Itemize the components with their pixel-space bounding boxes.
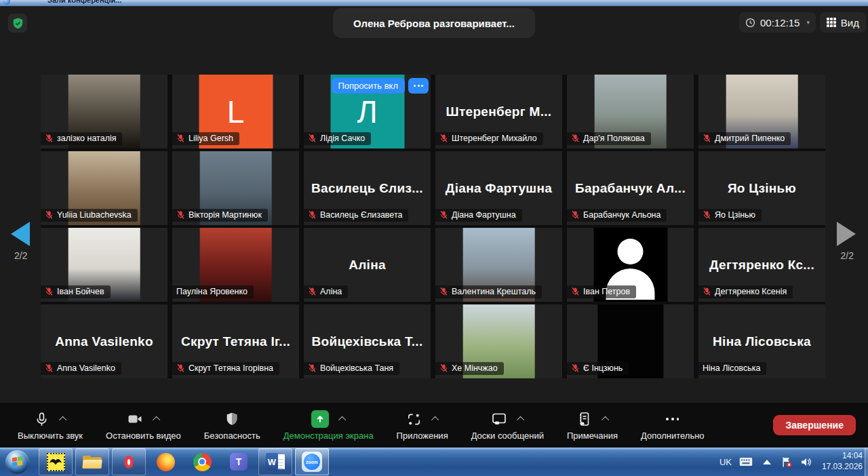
participant-tile[interactable]: Діана Фартушна Діана Фартушна [435,151,562,225]
notes-options-caret[interactable] [601,416,609,424]
notes-button[interactable]: Примечания [567,410,618,441]
participant-tile[interactable]: Пауліна Яровенко [172,228,299,302]
participant-name: Yuliia Liubachevska [57,210,132,220]
muted-mic-icon [176,363,185,373]
clock-icon [745,18,755,28]
participant-tile[interactable]: Скрут Тетяна Іг... Скрут Тетяна Ігорівна [172,304,299,378]
participant-tile[interactable]: Є Інцзюнь [567,304,694,378]
participant-tile[interactable]: Аліна Аліна [304,228,431,302]
participant-tile[interactable]: Яо Цзінью Яо Цзінью [698,151,825,225]
participant-name-label: Хе Мінчжао [435,362,504,375]
windows-logo-icon [12,456,22,467]
participant-tile[interactable]: Іван Петров [567,228,694,302]
participant-name: Хе Мінчжао [452,363,498,373]
mute-options-caret[interactable] [59,416,66,424]
muted-mic-icon [703,134,711,143]
ask-to-unmute-button[interactable]: Попросить вкл [332,78,406,94]
participant-name: Пауліна Яровенко [176,287,248,296]
mute-button[interactable]: Выключить звук [18,410,83,441]
participant-tile[interactable]: Василець Єлиз... Василець Єлизавета [304,151,431,225]
ellipsis-icon [666,418,679,420]
participant-tile[interactable]: Валентина Крешталь [435,228,562,302]
participant-name-label: Liliya Gersh [172,132,239,145]
participant-name: Іван Петров [583,287,630,296]
participant-tile[interactable]: залізко наталія [41,75,167,148]
muted-mic-icon [45,287,54,296]
microphone-icon [34,412,50,427]
participant-tile[interactable]: Вікторія Мартинюк [172,151,299,225]
stop-video-button[interactable]: Остановить видео [106,410,181,441]
flag-error-icon[interactable] [781,456,793,468]
view-button[interactable]: Вид [820,12,866,33]
participant-tile[interactable]: Anna Vasilenko Anna Vasilenko [41,304,167,378]
next-page-arrow[interactable] [837,222,856,246]
muted-mic-icon [308,210,317,220]
show-desktop-button[interactable] [865,448,868,476]
the-bat-icon [47,453,65,471]
end-meeting-button[interactable]: Завершение [773,415,856,435]
meeting-timer[interactable]: 00:12:15 ▾ [739,12,816,33]
participant-name: Ніна Лісовська [703,363,760,373]
participant-name-label: Валентина Крешталь [435,285,542,298]
share-screen-button[interactable]: Демонстрация экрана [283,410,374,441]
language-indicator[interactable]: UK [719,457,732,467]
participant-tile[interactable]: Штеренберг М... Штеренберг Михайло [435,75,562,148]
taskbar-chrome-icon[interactable] [185,448,219,475]
muted-mic-icon [571,134,580,143]
taskbar-file-explorer-icon[interactable] [75,448,109,475]
participant-tile[interactable]: Дар'я Полякова [567,75,694,148]
hidden-icons-chevron[interactable] [763,460,771,464]
participant-tile[interactable]: L Liliya Gersh [172,75,299,148]
previous-page-arrow[interactable] [11,222,30,246]
participant-name-label: Дмитрий Пипенко [698,132,791,145]
apps-button[interactable]: Приложения [397,410,448,441]
participant-name: Аліна [320,287,342,296]
participant-tile[interactable]: Войцехівська Т... Войцехівська Таня [304,304,431,378]
muted-mic-icon [571,363,580,373]
taskbar-zoom-icon[interactable]: zoom [295,448,329,475]
participant-tile[interactable]: Yuliia Liubachevska [41,151,167,225]
tile-more-button[interactable] [408,78,429,94]
participant-tile[interactable]: Хе Мінчжао [435,304,562,378]
participant-tile[interactable]: Л Лідія Сачко Попросить вкл [304,75,431,148]
participant-name: Василець Єлизавета [320,210,402,220]
security-badge-button[interactable] [8,14,27,33]
more-button[interactable]: Дополнительно [641,410,705,441]
windows-start-button[interactable] [5,450,29,474]
muted-mic-icon [308,363,317,373]
participant-tile[interactable]: Дегтяренко Кс... Дегтяренко Ксенія [698,228,825,302]
muted-mic-icon [703,210,711,220]
participant-name-label: Пауліна Яровенко [172,285,254,298]
whiteboards-options-caret[interactable] [517,416,524,424]
whiteboards-button[interactable]: Доски сообщений [471,410,544,441]
apps-options-caret[interactable] [431,416,439,424]
participant-tile[interactable]: Дмитрий Пипенко [698,75,825,148]
muted-mic-icon [308,134,317,143]
taskbar-word-icon[interactable]: W [258,448,292,475]
muted-mic-icon [176,134,185,143]
screen-share-icon [311,410,329,428]
ellipsis-icon [414,85,423,87]
timer-dropdown-caret[interactable]: ▾ [806,19,810,26]
speaker-icon[interactable] [800,456,812,468]
participant-name: Яо Цзінью [715,210,755,220]
participant-tile[interactable]: Іван Бойчев [41,228,167,302]
shield-check-icon [12,17,24,30]
security-button[interactable]: Безопасность [204,410,260,441]
participant-name-label: Anna Vasilenko [41,362,121,375]
share-options-caret[interactable] [338,416,346,424]
taskbar-firefox-icon[interactable] [149,448,182,475]
participant-tile[interactable]: Ніна Лісовська Ніна Лісовська [698,304,825,378]
shield-icon [224,412,239,427]
view-button-label: Вид [841,17,859,28]
folder-icon [83,454,102,469]
video-options-caret[interactable] [153,416,160,424]
participant-tile[interactable]: Барабанчук Ал... Барабанчук Альона [567,151,694,225]
meeting-toolbar: Выключить звук Остановить видео Безопасн… [0,403,868,448]
taskbar-opera-icon[interactable] [112,448,146,475]
taskbar-teams-icon[interactable]: T [222,448,256,475]
taskbar-the-bat-mail-icon[interactable] [39,448,73,475]
keyboard-icon[interactable] [739,457,753,467]
tile-overlay-actions: Попросить вкл [332,78,429,94]
taskbar-clock[interactable]: 14:04 17.03.2026 [822,451,863,472]
